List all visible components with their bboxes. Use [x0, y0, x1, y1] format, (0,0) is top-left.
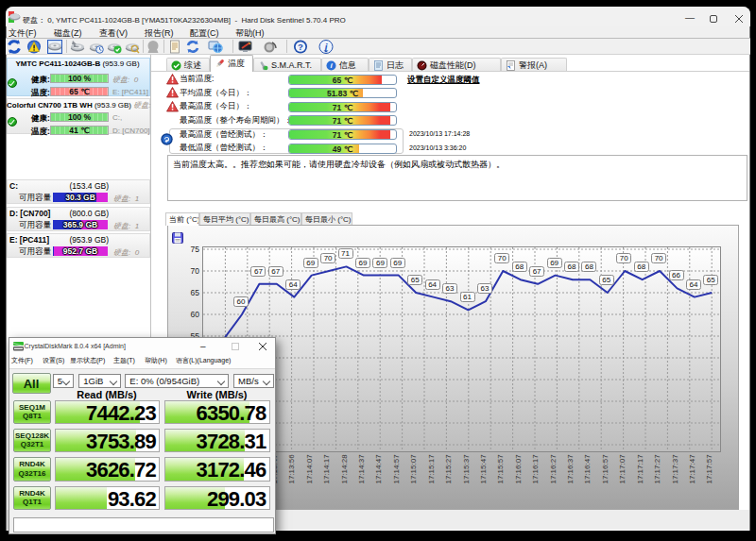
- svg-text:?: ?: [298, 42, 303, 52]
